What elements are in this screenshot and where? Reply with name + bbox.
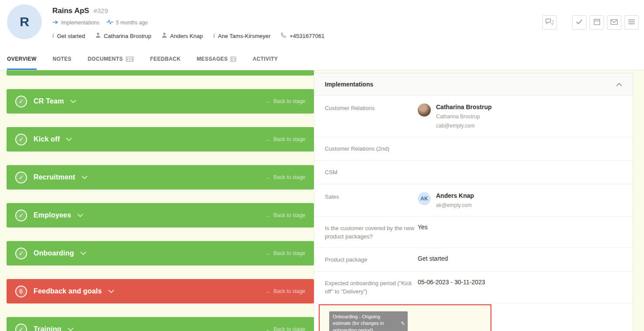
field-row-onboarding-estimate: Onboarding - Ongoing estimate (for chang… bbox=[314, 303, 633, 331]
tab-bar: OVERVIEW NOTES DOCUMENTS11 FEEDBACK MESS… bbox=[0, 48, 644, 70]
field-label: Customer Relations bbox=[325, 103, 418, 129]
check-icon bbox=[576, 19, 583, 26]
back-to-stage-link[interactable]: ←Back to stage bbox=[266, 326, 305, 331]
meta-phone[interactable]: +4531677061 bbox=[281, 32, 324, 39]
field-tooltip-chip[interactable]: Onboarding - Ongoing estimate (for chang… bbox=[329, 311, 408, 331]
meta-person-2[interactable]: Anders Knap bbox=[162, 32, 203, 39]
info-icon: i bbox=[213, 32, 215, 39]
stage-card-training[interactable]: ✓ Training ←Back to stage bbox=[7, 317, 314, 331]
back-to-stage-link[interactable]: ←Back to stage bbox=[266, 174, 305, 180]
back-arrow-icon: ← bbox=[266, 136, 271, 142]
stage-card-onboarding[interactable]: ✓ Onboarding ←Back to stage bbox=[7, 241, 314, 265]
header: R Rains ApS #329 Implementations 5 month… bbox=[0, 0, 644, 48]
tasks-button[interactable] bbox=[572, 15, 586, 30]
stage-card-feedback-and-goals[interactable]: 6 Feedback and goals ←Back to stage bbox=[7, 279, 314, 303]
email-button[interactable] bbox=[607, 15, 621, 30]
back-arrow-icon: ← bbox=[266, 98, 271, 104]
case-id: #329 bbox=[93, 7, 108, 14]
phone-icon bbox=[281, 32, 286, 39]
person-name: Anders Knap bbox=[436, 192, 474, 199]
main-content: ✓ CR Team ←Back to stage ✓ Kick off ←Bac… bbox=[0, 70, 644, 331]
stage-check-icon: ✓ bbox=[15, 324, 27, 331]
stage-check-icon: ✓ bbox=[15, 134, 27, 145]
stage-number-badge: 6 bbox=[15, 286, 27, 297]
hamburger-icon bbox=[628, 19, 635, 26]
stage-check-icon: ✓ bbox=[15, 96, 27, 107]
field-label: Is the customer covered by the new produ… bbox=[325, 224, 418, 241]
stage-check-icon: ✓ bbox=[15, 248, 27, 259]
stage-check-icon: ✓ bbox=[15, 172, 27, 183]
arrow-right-icon bbox=[52, 20, 58, 26]
company-avatar: R bbox=[7, 4, 42, 39]
field-value: Yes bbox=[418, 224, 622, 241]
person-email: ak@emply.com bbox=[436, 202, 474, 208]
header-info: Rains ApS #329 Implementations 5 months … bbox=[52, 4, 324, 48]
company-avatar-letter: R bbox=[20, 14, 29, 29]
field-label: Sales bbox=[325, 192, 418, 208]
annotation-highlight-box: Onboarding - Ongoing estimate (for chang… bbox=[319, 304, 491, 331]
stage-card-partial[interactable] bbox=[7, 70, 314, 76]
field-value: Get started bbox=[418, 255, 622, 264]
person-icon bbox=[95, 32, 101, 39]
stage-check-icon: ✓ bbox=[15, 210, 27, 221]
panel-title: Implementations bbox=[325, 81, 373, 88]
tab-documents[interactable]: DOCUMENTS11 bbox=[88, 48, 134, 70]
chevron-down-icon[interactable] bbox=[82, 176, 88, 179]
comments-button[interactable] bbox=[542, 15, 557, 30]
stage-card-kick-off[interactable]: ✓ Kick off ←Back to stage bbox=[7, 127, 314, 152]
breadcrumb[interactable]: Implementations bbox=[61, 20, 99, 26]
back-to-stage-link[interactable]: ←Back to stage bbox=[266, 98, 305, 104]
field-row-customer-relations: Customer Relations Catharina Brostrup Ca… bbox=[314, 96, 633, 137]
back-to-stage-link[interactable]: ←Back to stage bbox=[266, 136, 305, 142]
field-label: Expected onboarding period ("Kick off" t… bbox=[325, 279, 418, 296]
tab-notes[interactable]: NOTES bbox=[53, 48, 72, 70]
calendar-button[interactable] bbox=[589, 15, 604, 30]
comments-icon bbox=[545, 18, 554, 27]
stage-card-recruitment[interactable]: ✓ Recruitment ←Back to stage bbox=[7, 165, 314, 190]
field-label: CSM bbox=[325, 168, 418, 177]
field-value: 05-06-2023 - 30-11-2023 bbox=[418, 279, 622, 296]
back-arrow-icon: ← bbox=[266, 250, 271, 256]
meta-person-1[interactable]: Catharina Brostrup bbox=[95, 32, 151, 39]
anders-avatar: AK bbox=[418, 192, 431, 205]
back-to-stage-link[interactable]: ←Back to stage bbox=[266, 288, 305, 294]
header-actions bbox=[542, 4, 639, 48]
chevron-down-icon[interactable] bbox=[66, 138, 72, 141]
back-arrow-icon: ← bbox=[266, 174, 271, 180]
chevron-up-icon[interactable] bbox=[616, 80, 622, 88]
chevron-down-icon[interactable] bbox=[77, 214, 83, 217]
calendar-icon bbox=[593, 18, 600, 27]
field-row-onboarding-period: Expected onboarding period ("Kick off" t… bbox=[314, 272, 633, 303]
field-row-customer-relations-2nd: Customer Relations (2nd) bbox=[314, 137, 633, 161]
age-text: 5 months ago bbox=[116, 20, 148, 26]
back-arrow-icon: ← bbox=[266, 326, 271, 331]
chevron-down-icon[interactable] bbox=[68, 328, 74, 331]
field-row-covered: Is the customer covered by the new produ… bbox=[314, 217, 633, 248]
menu-button[interactable] bbox=[624, 15, 639, 30]
activity-pulse-icon bbox=[106, 20, 113, 26]
meta-person-3: i Ane Tams-Kirsmeyer bbox=[213, 32, 270, 39]
person-email: cab@emply.com bbox=[436, 123, 492, 129]
chevron-down-icon[interactable] bbox=[70, 100, 76, 103]
back-to-stage-link[interactable]: ←Back to stage bbox=[266, 212, 305, 218]
chevron-down-icon[interactable] bbox=[80, 252, 86, 255]
tab-feedback[interactable]: FEEDBACK bbox=[150, 48, 181, 70]
back-to-stage-link[interactable]: ←Back to stage bbox=[266, 250, 305, 256]
panel-header[interactable]: Implementations bbox=[314, 73, 633, 96]
tab-messages[interactable]: MESSAGES1 bbox=[197, 48, 236, 70]
person-name: Catharina Brostrup bbox=[436, 103, 492, 110]
field-label: Product package bbox=[325, 255, 418, 264]
stage-card-employees[interactable]: ✓ Employees ←Back to stage bbox=[7, 203, 314, 228]
meta-product-package: i Get started bbox=[52, 32, 85, 39]
chevron-down-icon[interactable] bbox=[108, 290, 114, 293]
catharina-avatar bbox=[418, 103, 431, 117]
field-label: Customer Relations (2nd) bbox=[325, 144, 418, 153]
page-title: Rains ApS bbox=[52, 7, 89, 15]
tab-activity[interactable]: ACTIVITY bbox=[252, 48, 278, 70]
info-icon: i bbox=[52, 32, 54, 39]
implementations-panel: Implementations Customer Relations Catha… bbox=[314, 73, 633, 331]
tab-overview[interactable]: OVERVIEW bbox=[7, 48, 37, 70]
edit-pencil-icon[interactable]: ✎ bbox=[401, 320, 405, 328]
person-subtitle: Catharina Brostrup bbox=[436, 114, 492, 120]
stage-card-cr-team[interactable]: ✓ CR Team ←Back to stage bbox=[7, 89, 314, 114]
